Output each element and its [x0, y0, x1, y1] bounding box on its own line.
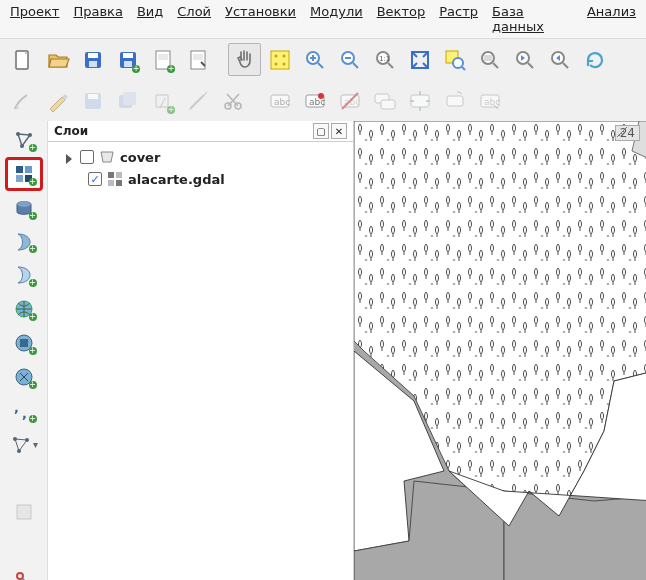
menubar: Проект Правка Вид Слой Установки Модули …: [0, 0, 646, 39]
save-edits-all-button[interactable]: [111, 84, 144, 117]
save-project-button[interactable]: [76, 43, 109, 76]
label-change-button[interactable]: abc: [473, 84, 506, 117]
svg-text:,: ,: [22, 406, 27, 421]
zoom-last-button[interactable]: [508, 43, 541, 76]
new-project-button[interactable]: [6, 43, 39, 76]
menu-plugins[interactable]: Модули: [310, 4, 363, 34]
visibility-checkbox[interactable]: [80, 150, 94, 164]
layer-name: cover: [120, 150, 160, 165]
svg-rect-24: [484, 55, 492, 61]
label-rotate-button[interactable]: [438, 84, 471, 117]
layer-name: alacarte.gdal: [128, 172, 225, 187]
add-vector-layer-button[interactable]: +: [7, 125, 41, 155]
svg-rect-66: [108, 172, 114, 178]
node-tool-button[interactable]: [181, 84, 214, 117]
svg-point-15: [282, 62, 285, 65]
visibility-checkbox[interactable]: [88, 172, 102, 186]
layers-panel-header: Слои ▢ ✕: [48, 121, 353, 142]
pan-button[interactable]: [228, 43, 261, 76]
menu-database[interactable]: База данных: [492, 4, 573, 34]
add-mssql-button[interactable]: +: [7, 260, 41, 290]
menu-view[interactable]: Вид: [137, 4, 163, 34]
zoom-next-button[interactable]: [543, 43, 576, 76]
cut-button[interactable]: [216, 84, 249, 117]
svg-text:1:1: 1:1: [379, 55, 390, 63]
map-canvas[interactable]: 24: [354, 121, 646, 580]
svg-rect-51: [16, 175, 23, 182]
svg-rect-50: [25, 166, 32, 173]
svg-rect-41: [381, 100, 395, 109]
svg-rect-3: [89, 61, 97, 67]
svg-rect-49: [16, 166, 23, 173]
svg-point-12: [274, 54, 277, 57]
zoom-in-button[interactable]: [298, 43, 331, 76]
zoom-out-button[interactable]: [333, 43, 366, 76]
separator: [216, 43, 226, 76]
menu-vector[interactable]: Вектор: [377, 4, 426, 34]
edit-pencil-button[interactable]: [41, 84, 74, 117]
svg-rect-43: [447, 96, 463, 106]
menu-raster[interactable]: Растр: [439, 4, 478, 34]
add-feature-button[interactable]: +: [146, 84, 179, 117]
main-area: + + + + + + + + ,,+ ▾ Слои ▢ ✕ cover: [0, 121, 646, 580]
add-raster-layer-button[interactable]: +: [7, 159, 41, 189]
svg-rect-11: [271, 51, 289, 69]
layer-row[interactable]: alacarte.gdal: [48, 168, 353, 190]
virtual-layer-button[interactable]: [7, 565, 41, 580]
label-hide-button[interactable]: abc: [333, 84, 366, 117]
menu-edit[interactable]: Правка: [73, 4, 122, 34]
label-move-button[interactable]: [403, 84, 436, 117]
svg-rect-67: [116, 172, 122, 178]
scale-badge: 24: [615, 125, 640, 141]
layer-row[interactable]: cover: [48, 146, 353, 168]
zoom-full-button[interactable]: [403, 43, 436, 76]
svg-rect-6: [124, 61, 132, 67]
chevron-down-icon: ▾: [33, 439, 38, 450]
open-project-button[interactable]: [41, 43, 74, 76]
menu-project[interactable]: Проект: [10, 4, 59, 34]
label-pin-button[interactable]: abc: [298, 84, 331, 117]
zoom-layer-button[interactable]: [473, 43, 506, 76]
detach-icon[interactable]: ▢: [313, 123, 329, 139]
expand-icon[interactable]: [66, 152, 76, 162]
menu-layer[interactable]: Слой: [177, 4, 211, 34]
new-vector-button[interactable]: ▾: [7, 430, 41, 460]
save-as-project-button[interactable]: +: [111, 43, 144, 76]
zoom-native-button[interactable]: 1:1: [368, 43, 401, 76]
menu-settings[interactable]: Установки: [225, 4, 296, 34]
svg-point-37: [318, 93, 324, 99]
add-wcs-button[interactable]: +: [7, 328, 41, 358]
layers-tree[interactable]: cover alacarte.gdal: [48, 142, 353, 580]
add-wms-button[interactable]: +: [7, 294, 41, 324]
pan-selection-button[interactable]: [263, 43, 296, 76]
refresh-button[interactable]: [578, 43, 611, 76]
svg-rect-56: [20, 339, 28, 347]
add-csv-button[interactable]: ,,+: [7, 396, 41, 426]
svg-point-53: [17, 201, 31, 207]
remove-layer-button[interactable]: [7, 497, 41, 527]
add-postgis-button[interactable]: +: [7, 193, 41, 223]
add-spatialite-button[interactable]: +: [7, 227, 41, 257]
label-button[interactable]: abc: [263, 84, 296, 117]
zoom-selection-button[interactable]: [438, 43, 471, 76]
composer-manager-button[interactable]: [181, 43, 214, 76]
svg-rect-2: [88, 53, 98, 58]
svg-text:,: ,: [14, 400, 19, 415]
svg-rect-69: [116, 180, 122, 186]
svg-rect-8: [158, 54, 168, 60]
svg-rect-63: [17, 505, 31, 519]
label-all-button[interactable]: [368, 84, 401, 117]
svg-text:abc: abc: [309, 97, 325, 107]
svg-rect-28: [88, 94, 98, 99]
add-wfs-button[interactable]: +: [7, 362, 41, 392]
separator: [7, 464, 41, 494]
close-icon[interactable]: ✕: [331, 123, 347, 139]
map-render: [354, 121, 646, 580]
menu-analysis[interactable]: Анализ: [587, 4, 636, 34]
svg-point-13: [282, 54, 285, 57]
save-edits-button[interactable]: [76, 84, 109, 117]
composer-new-button[interactable]: +: [146, 43, 179, 76]
edit-brush-button[interactable]: [6, 84, 39, 117]
layers-panel: Слои ▢ ✕ cover alacarte.gdal: [48, 121, 354, 580]
ruler-icon: [616, 126, 628, 138]
